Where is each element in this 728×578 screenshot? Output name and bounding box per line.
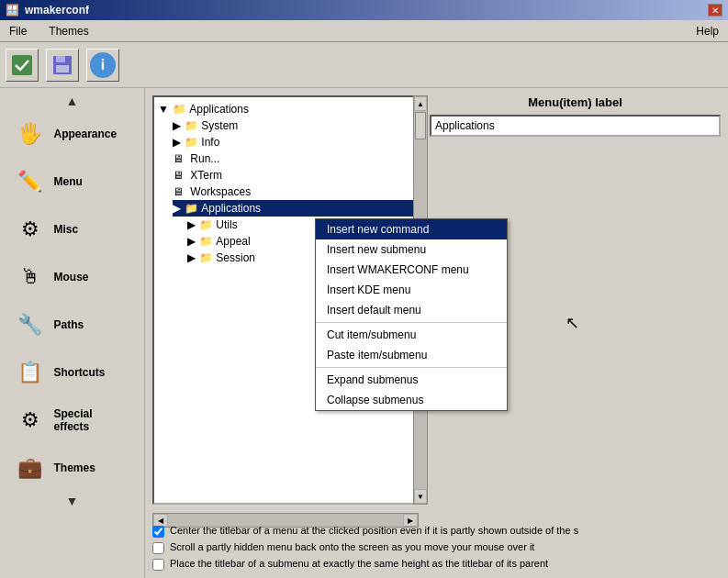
tree-label-session: Session: [216, 251, 255, 264]
menubar: File Themes Help: [0, 20, 728, 42]
info-button[interactable]: i: [86, 49, 119, 82]
apply-button[interactable]: [6, 49, 39, 82]
expand-icon-apps: ▶: [173, 202, 181, 215]
menu-file[interactable]: File: [4, 23, 32, 39]
misc-label: Misc: [54, 223, 79, 236]
checkbox-row-3: Place the titlebar of a submenu at exact…: [152, 558, 721, 571]
ctx-insert-default-menu[interactable]: Insert default menu: [316, 300, 507, 320]
checkbox-scroll-menu[interactable]: [152, 542, 164, 554]
tree-label-run: Run...: [190, 152, 219, 165]
mouse-icon: 🖱: [14, 261, 47, 294]
content-area: Menu(item) label ▼ 📁 Applications ▶ 📁 Sy…: [145, 88, 728, 578]
folder-icon: 📁: [173, 103, 186, 116]
scrollbar-thumb[interactable]: [415, 112, 426, 139]
titlebar: 🪟 wmakerconf ✕: [0, 0, 728, 20]
paths-icon: 🔧: [14, 308, 47, 341]
tree-label: Applications: [189, 103, 249, 116]
themes-label: Themes: [54, 461, 95, 474]
checkbox-label-2: Scroll a partly hidden menu back onto th…: [170, 541, 534, 552]
checkboxes-section: Center the titlebar of a menu at the cli…: [152, 525, 721, 574]
right-panel: Menu(item) label: [430, 95, 721, 169]
sidebar-scroll-up[interactable]: ▲: [66, 92, 79, 110]
checkbox-center-titlebar[interactable]: [152, 526, 164, 538]
svg-rect-0: [12, 55, 32, 75]
ctx-paste-item[interactable]: Paste item/submenu: [316, 345, 507, 365]
expand-icon-info: ▶: [173, 136, 181, 149]
checkbox-row-1: Center the titlebar of a menu at the cli…: [152, 525, 721, 538]
menu-themes[interactable]: Themes: [43, 23, 94, 39]
sidebar-item-special-effects[interactable]: ⚙ Special effects: [8, 396, 137, 444]
sidebar-item-appearance[interactable]: 🖐 Appearance: [8, 110, 137, 158]
menu-item-label-input[interactable]: [430, 115, 721, 137]
folder-icon-appeal: 📁: [199, 235, 213, 248]
sidebar-item-mouse[interactable]: 🖱 Mouse: [8, 253, 137, 301]
menu-help[interactable]: Help: [690, 23, 724, 39]
ctx-insert-wmakerconf-menu[interactable]: Insert WMAKERCONF menu: [316, 260, 507, 280]
menu-icon: ✏️: [14, 165, 47, 198]
mouse-label: Mouse: [54, 271, 89, 283]
ctx-insert-new-submenu[interactable]: Insert new submenu: [316, 239, 507, 260]
themes-icon: 💼: [14, 451, 47, 484]
expand-icon: ▼: [158, 103, 169, 116]
special-effects-label: Special effects: [54, 407, 131, 433]
save-button[interactable]: [46, 49, 79, 82]
tree-label-utils: Utils: [216, 218, 237, 231]
tree-label-appeal: Appeal: [216, 235, 250, 248]
ctx-separator-1: [316, 322, 507, 323]
sidebar-item-menu[interactable]: ✏️ Menu: [8, 158, 137, 206]
main-area: ▲ 🖐 Appearance ✏️ Menu ⚙ Misc 🖱 Mouse 🔧 …: [0, 88, 728, 578]
ctx-insert-kde-menu[interactable]: Insert KDE menu: [316, 280, 507, 300]
tree-item-xterm[interactable]: 🖥 XTerm: [173, 167, 413, 183]
window-title-text: wmakerconf: [25, 4, 89, 17]
paths-label: Paths: [54, 318, 84, 331]
scrollbar-down-btn[interactable]: ▼: [414, 489, 427, 504]
sidebar-item-themes[interactable]: 💼 Themes: [8, 444, 137, 492]
ctx-expand-submenus[interactable]: Expand submenus: [316, 370, 507, 390]
special-effects-icon: ⚙: [14, 404, 47, 437]
appearance-icon: 🖐: [14, 117, 47, 150]
tree-item-applications-root[interactable]: ▼ 📁 Applications: [158, 101, 413, 117]
toolbar: i: [0, 42, 728, 88]
tree-item-run[interactable]: 🖥 Run...: [173, 150, 413, 167]
folder-icon-utils: 📁: [199, 218, 213, 231]
tree-item-workspaces[interactable]: 🖥 Workspaces: [173, 183, 413, 200]
sidebar-item-paths[interactable]: 🔧 Paths: [8, 301, 137, 349]
context-menu: Insert new command Insert new submenu In…: [315, 218, 508, 411]
tree-label-apps-sub: Applications: [201, 202, 261, 215]
expand-icon-system: ▶: [173, 119, 181, 132]
mouse-cursor: ↖: [566, 313, 579, 333]
expand-icon-session: ▶: [187, 251, 196, 264]
sidebar-item-misc[interactable]: ⚙ Misc: [8, 206, 137, 253]
menu-label: Menu: [54, 175, 83, 188]
tree-item-applications-sub[interactable]: ▶ 📁 Applications: [173, 200, 413, 217]
svg-rect-3: [56, 65, 69, 72]
checkmark-icon: [11, 54, 33, 76]
close-button[interactable]: ✕: [708, 4, 722, 17]
ctx-separator-2: [316, 367, 507, 368]
folder-icon-info: 📁: [185, 136, 198, 149]
sidebar-item-shortcuts[interactable]: 📋 Shortcuts: [8, 349, 137, 396]
folder-icon-session: 📁: [199, 251, 213, 264]
checkbox-place-titlebar[interactable]: [152, 559, 164, 571]
checkbox-label-3: Place the titlebar of a submenu at exact…: [170, 558, 548, 569]
svg-rect-2: [56, 56, 65, 62]
workspaces-icon: 🖥: [173, 185, 184, 198]
tree-item-system[interactable]: ▶ 📁 System: [173, 117, 413, 134]
misc-icon: ⚙: [14, 213, 47, 246]
ctx-collapse-submenus[interactable]: Collapse submenus: [316, 390, 507, 410]
tree-item-info[interactable]: ▶ 📁 Info: [173, 134, 413, 150]
sidebar-scroll-down[interactable]: ▼: [66, 492, 79, 510]
checkbox-label-1: Center the titlebar of a menu at the cli…: [170, 525, 578, 536]
titlebar-icon: 🪟: [6, 4, 19, 17]
save-icon: [51, 54, 73, 76]
menubar-left: File Themes: [4, 23, 95, 39]
ctx-insert-new-command[interactable]: Insert new command: [316, 219, 507, 239]
appearance-label: Appearance: [54, 128, 118, 140]
ctx-cut-item[interactable]: Cut item/submenu: [316, 325, 507, 345]
xterm-icon: 🖥: [173, 169, 184, 182]
checkbox-row-2: Scroll a partly hidden menu back onto th…: [152, 541, 721, 554]
scrollbar-up-btn[interactable]: ▲: [414, 96, 427, 111]
folder-icon-system: 📁: [185, 119, 198, 132]
folder-icon-apps: 📁: [185, 202, 198, 215]
expand-icon-utils: ▶: [187, 218, 196, 231]
